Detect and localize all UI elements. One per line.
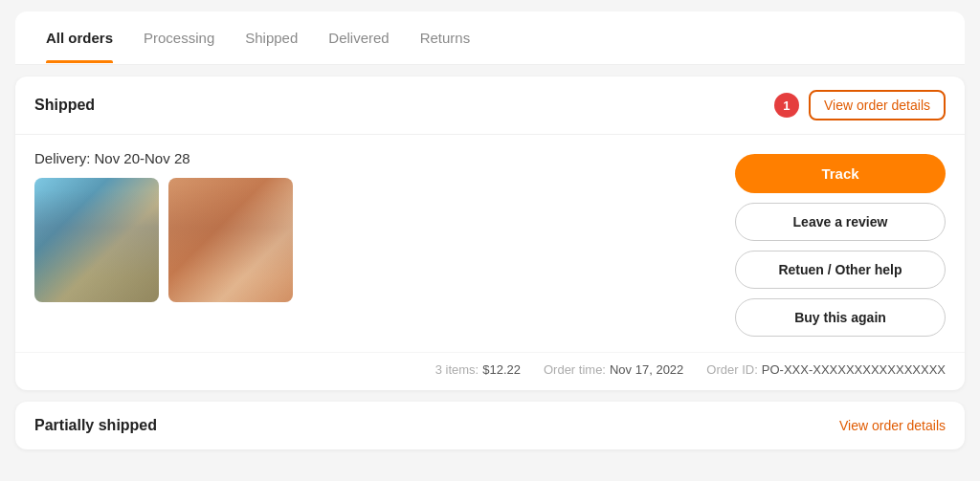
- tab-shipped[interactable]: Shipped: [230, 12, 313, 63]
- footer-order-time: Order time: Nov 17, 2022: [544, 362, 683, 377]
- card-header-right: 1 View order details: [774, 90, 946, 120]
- order-id-label: Order ID:: [706, 362, 757, 377]
- buy-again-button[interactable]: Buy this again: [735, 298, 946, 337]
- items-label: 3 items:: [435, 362, 479, 377]
- footer-items-count: 3 items: $12.22: [435, 362, 521, 377]
- partial-view-details-link[interactable]: View order details: [839, 418, 946, 433]
- partial-shipped-card: Partially shipped View order details: [15, 402, 965, 449]
- notification-badge: 1: [774, 93, 799, 118]
- track-button[interactable]: Track: [735, 154, 946, 193]
- tab-all-orders[interactable]: All orders: [31, 12, 128, 63]
- product-images: [34, 178, 716, 302]
- leave-review-button[interactable]: Leave a review: [735, 203, 946, 241]
- tab-returns[interactable]: Returns: [405, 12, 486, 63]
- product-image-2: [168, 178, 293, 302]
- tab-delivered[interactable]: Delivered: [313, 12, 404, 63]
- card-footer: 3 items: $12.22 Order time: Nov 17, 2022…: [15, 352, 965, 390]
- tabs-bar: All orders Processing Shipped Delivered …: [15, 11, 965, 65]
- order-time-label: Order time:: [544, 362, 606, 377]
- product-image-1: [34, 178, 159, 302]
- page-container: All orders Processing Shipped Delivered …: [0, 0, 980, 461]
- order-card-shipped: Shipped 1 View order details Delivery: N…: [15, 77, 965, 390]
- delivery-date: Delivery: Nov 20-Nov 28: [34, 150, 716, 166]
- order-id-value: PO-XXX-XXXXXXXXXXXXXXXX: [762, 362, 946, 377]
- view-order-details-link[interactable]: View order details: [809, 90, 946, 120]
- card-header: Shipped 1 View order details: [15, 77, 965, 135]
- order-time-value: Nov 17, 2022: [610, 362, 683, 377]
- return-help-button[interactable]: Retuen / Other help: [735, 251, 946, 289]
- card-body-left: Delivery: Nov 20-Nov 28: [34, 150, 716, 337]
- tab-processing[interactable]: Processing: [128, 12, 230, 63]
- card-body-right: Track Leave a review Retuen / Other help…: [735, 150, 946, 337]
- footer-order-id: Order ID: PO-XXX-XXXXXXXXXXXXXXXX: [706, 362, 946, 377]
- card-body: Delivery: Nov 20-Nov 28 Track Leave a re…: [15, 135, 965, 352]
- partial-status-label: Partially shipped: [34, 417, 157, 434]
- items-price: $12.22: [482, 362, 521, 377]
- order-status-label: Shipped: [34, 97, 95, 114]
